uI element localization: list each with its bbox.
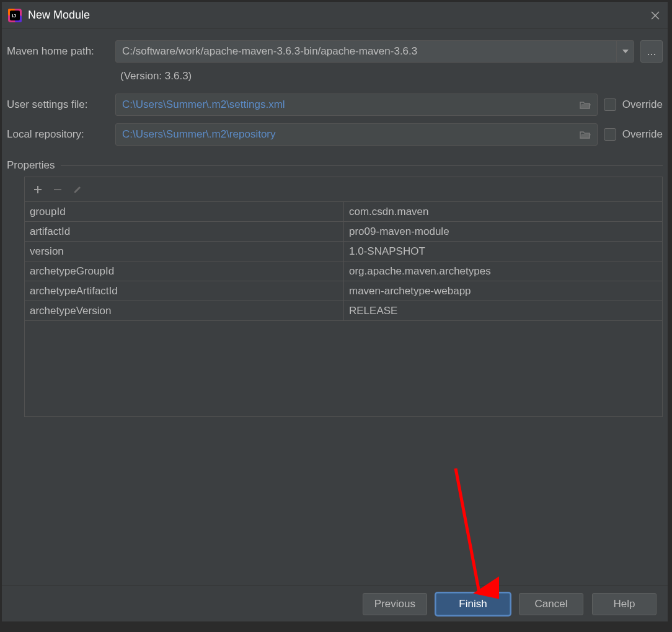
- table-row[interactable]: archetypeGroupIdorg.apache.maven.archety…: [25, 261, 662, 281]
- cancel-button[interactable]: Cancel: [519, 593, 583, 615]
- finish-button[interactable]: Finish: [436, 593, 510, 615]
- window-title: New Module: [28, 9, 649, 22]
- maven-home-row: Maven home path: C:/software/work/apache…: [7, 40, 663, 63]
- edit-icon: [73, 185, 82, 194]
- previous-button[interactable]: Previous: [363, 593, 427, 615]
- property-key: artifactId: [25, 226, 343, 238]
- local-repo-field[interactable]: C:\Users\Summer\.m2\repository: [115, 123, 598, 146]
- property-key: groupId: [25, 206, 343, 218]
- add-icon[interactable]: [33, 185, 42, 194]
- table-row[interactable]: version1.0-SNAPSHOT: [25, 242, 662, 261]
- intellij-icon: IJ: [8, 9, 22, 22]
- local-repo-label: Local repository:: [7, 128, 115, 141]
- properties-table[interactable]: groupIdcom.csdn.mavenartifactIdpro09-mav…: [25, 202, 662, 416]
- table-row[interactable]: artifactIdpro09-maven-module: [25, 222, 662, 242]
- maven-home-label: Maven home path:: [7, 45, 115, 58]
- help-button[interactable]: Help: [592, 593, 657, 615]
- user-settings-override-label: Override: [622, 99, 663, 111]
- property-key: version: [25, 245, 343, 258]
- property-value: com.csdn.maven: [343, 202, 662, 221]
- property-value: pro09-maven-module: [343, 222, 662, 241]
- close-icon[interactable]: [649, 9, 661, 22]
- user-settings-field[interactable]: C:\Users\Summer\.m2\settings.xml: [115, 94, 598, 116]
- property-value: org.apache.maven.archetypes: [343, 261, 662, 281]
- chevron-down-icon[interactable]: [616, 41, 634, 62]
- maven-version-note: (Version: 3.6.3): [120, 70, 663, 82]
- remove-icon: [53, 185, 62, 194]
- table-row[interactable]: archetypeVersionRELEASE: [25, 301, 662, 321]
- maven-home-browse-button[interactable]: ...: [640, 40, 663, 63]
- property-value: RELEASE: [343, 301, 662, 320]
- local-repo-override-label: Override: [622, 128, 663, 141]
- maven-home-combo[interactable]: C:/software/work/apache-maven-3.6.3-bin/…: [115, 40, 634, 63]
- local-repo-override-checkbox[interactable]: [604, 128, 616, 141]
- svg-text:IJ: IJ: [12, 13, 16, 19]
- user-settings-value: C:\Users\Summer\.m2\settings.xml: [122, 99, 580, 111]
- local-repo-row: Local repository: C:\Users\Summer\.m2\re…: [7, 123, 663, 146]
- property-key: archetypeArtifactId: [25, 285, 343, 297]
- property-value: maven-archetype-webapp: [343, 281, 662, 301]
- new-module-dialog: IJ New Module Maven home path: C:/softwa…: [1, 1, 668, 622]
- folder-open-icon[interactable]: [580, 130, 591, 139]
- properties-box: groupIdcom.csdn.mavenartifactIdpro09-mav…: [24, 177, 663, 417]
- user-settings-row: User settings file: C:\Users\Summer\.m2\…: [7, 94, 663, 116]
- maven-home-value: C:/software/work/apache-maven-3.6.3-bin/…: [122, 45, 616, 58]
- button-bar: Previous Finish Cancel Help: [2, 586, 668, 621]
- user-settings-override-checkbox[interactable]: [604, 99, 616, 111]
- local-repo-value: C:\Users\Summer\.m2\repository: [122, 128, 580, 141]
- property-key: archetypeGroupId: [25, 265, 343, 278]
- ellipsis-icon: ...: [647, 45, 656, 58]
- table-row[interactable]: groupIdcom.csdn.maven: [25, 202, 662, 222]
- table-row[interactable]: archetypeArtifactIdmaven-archetype-webap…: [25, 281, 662, 301]
- title-bar: IJ New Module: [2, 2, 668, 29]
- folder-open-icon[interactable]: [580, 100, 591, 109]
- property-key: archetypeVersion: [25, 305, 343, 317]
- separator-line: [61, 165, 663, 166]
- properties-toolbar: [25, 177, 662, 202]
- property-value: 1.0-SNAPSHOT: [343, 242, 662, 261]
- properties-section-title: Properties: [7, 159, 663, 172]
- user-settings-label: User settings file:: [7, 99, 115, 111]
